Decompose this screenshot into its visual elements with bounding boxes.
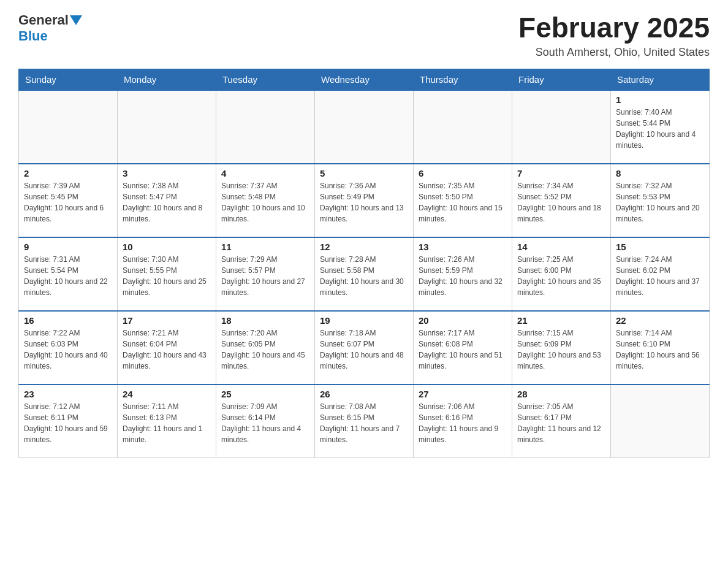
day-info: Sunrise: 7:36 AMSunset: 5:49 PMDaylight:…	[320, 180, 408, 224]
calendar-cell	[216, 90, 315, 164]
weekday-header-wednesday: Wednesday	[315, 69, 414, 90]
day-info: Sunrise: 7:15 AMSunset: 6:09 PMDaylight:…	[517, 327, 605, 372]
calendar-cell: 11Sunrise: 7:29 AMSunset: 5:57 PMDayligh…	[216, 237, 315, 311]
day-number: 17	[123, 315, 211, 326]
calendar-cell: 19Sunrise: 7:18 AMSunset: 6:07 PMDayligh…	[315, 311, 414, 385]
calendar-cell	[315, 90, 414, 164]
calendar-cell: 4Sunrise: 7:37 AMSunset: 5:48 PMDaylight…	[216, 164, 315, 237]
day-number: 8	[616, 168, 704, 178]
calendar-cell: 27Sunrise: 7:06 AMSunset: 6:16 PMDayligh…	[414, 385, 512, 458]
day-number: 18	[221, 315, 309, 326]
calendar-cell: 25Sunrise: 7:09 AMSunset: 6:14 PMDayligh…	[216, 385, 315, 458]
calendar-cell: 3Sunrise: 7:38 AMSunset: 5:47 PMDaylight…	[118, 164, 216, 237]
day-info: Sunrise: 7:39 AMSunset: 5:45 PMDaylight:…	[24, 180, 112, 224]
day-info: Sunrise: 7:14 AMSunset: 6:10 PMDaylight:…	[616, 327, 704, 372]
day-number: 7	[517, 168, 605, 178]
calendar-cell: 7Sunrise: 7:34 AMSunset: 5:52 PMDaylight…	[512, 164, 611, 237]
weekday-header-row: SundayMondayTuesdayWednesdayThursdayFrid…	[19, 69, 710, 90]
title-section: February 2025 South Amherst, Ohio, Unite…	[518, 12, 710, 59]
calendar-cell: 24Sunrise: 7:11 AMSunset: 6:13 PMDayligh…	[118, 385, 216, 458]
calendar-cell: 6Sunrise: 7:35 AMSunset: 5:50 PMDaylight…	[414, 164, 512, 237]
week-row-3: 9Sunrise: 7:31 AMSunset: 5:54 PMDaylight…	[19, 237, 710, 311]
day-number: 3	[123, 168, 211, 178]
weekday-header-saturday: Saturday	[611, 69, 710, 90]
day-number: 24	[123, 389, 211, 399]
calendar-cell: 21Sunrise: 7:15 AMSunset: 6:09 PMDayligh…	[512, 311, 611, 385]
calendar-table: SundayMondayTuesdayWednesdayThursdayFrid…	[18, 69, 710, 459]
day-number: 2	[24, 168, 112, 178]
day-info: Sunrise: 7:38 AMSunset: 5:47 PMDaylight:…	[123, 180, 211, 224]
day-number: 12	[320, 242, 408, 252]
day-info: Sunrise: 7:22 AMSunset: 6:03 PMDaylight:…	[24, 327, 112, 372]
calendar-cell: 2Sunrise: 7:39 AMSunset: 5:45 PMDaylight…	[19, 164, 118, 237]
day-info: Sunrise: 7:28 AMSunset: 5:58 PMDaylight:…	[320, 254, 408, 298]
calendar-cell	[414, 90, 512, 164]
calendar-cell: 20Sunrise: 7:17 AMSunset: 6:08 PMDayligh…	[414, 311, 512, 385]
calendar-cell: 18Sunrise: 7:20 AMSunset: 6:05 PMDayligh…	[216, 311, 315, 385]
day-number: 16	[24, 315, 112, 326]
calendar-cell: 23Sunrise: 7:12 AMSunset: 6:11 PMDayligh…	[19, 385, 118, 458]
day-info: Sunrise: 7:31 AMSunset: 5:54 PMDaylight:…	[24, 254, 112, 298]
day-number: 5	[320, 168, 408, 178]
day-number: 6	[419, 168, 507, 178]
calendar-cell	[611, 385, 710, 458]
day-info: Sunrise: 7:29 AMSunset: 5:57 PMDaylight:…	[221, 254, 309, 298]
calendar-cell: 17Sunrise: 7:21 AMSunset: 6:04 PMDayligh…	[118, 311, 216, 385]
day-info: Sunrise: 7:17 AMSunset: 6:08 PMDaylight:…	[419, 327, 507, 372]
day-info: Sunrise: 7:11 AMSunset: 6:13 PMDaylight:…	[123, 401, 211, 445]
calendar-cell: 9Sunrise: 7:31 AMSunset: 5:54 PMDaylight…	[19, 237, 118, 311]
page-header: General Blue February 2025 South Amherst…	[18, 12, 710, 59]
day-number: 14	[517, 242, 605, 252]
logo: General Blue	[18, 12, 83, 44]
day-info: Sunrise: 7:24 AMSunset: 6:02 PMDaylight:…	[616, 254, 704, 298]
day-number: 4	[221, 168, 309, 178]
logo-blue-text: Blue	[18, 28, 48, 44]
week-row-1: 1Sunrise: 7:40 AMSunset: 5:44 PMDaylight…	[19, 90, 710, 164]
day-info: Sunrise: 7:35 AMSunset: 5:50 PMDaylight:…	[419, 180, 507, 224]
calendar-cell	[512, 90, 611, 164]
location-text: South Amherst, Ohio, United States	[518, 46, 710, 59]
day-number: 10	[123, 242, 211, 252]
day-number: 23	[24, 389, 112, 399]
day-info: Sunrise: 7:34 AMSunset: 5:52 PMDaylight:…	[517, 180, 605, 224]
month-title: February 2025	[518, 12, 710, 44]
day-number: 11	[221, 242, 309, 252]
day-info: Sunrise: 7:37 AMSunset: 5:48 PMDaylight:…	[221, 180, 309, 224]
day-number: 9	[24, 242, 112, 252]
day-info: Sunrise: 7:05 AMSunset: 6:17 PMDaylight:…	[517, 401, 605, 445]
calendar-cell: 14Sunrise: 7:25 AMSunset: 6:00 PMDayligh…	[512, 237, 611, 311]
calendar-cell: 8Sunrise: 7:32 AMSunset: 5:53 PMDaylight…	[611, 164, 710, 237]
day-number: 28	[517, 389, 605, 399]
logo-triangle-icon	[70, 15, 82, 25]
weekday-header-monday: Monday	[118, 69, 216, 90]
calendar-cell: 15Sunrise: 7:24 AMSunset: 6:02 PMDayligh…	[611, 237, 710, 311]
day-info: Sunrise: 7:09 AMSunset: 6:14 PMDaylight:…	[221, 401, 309, 445]
day-number: 1	[616, 94, 704, 105]
day-info: Sunrise: 7:30 AMSunset: 5:55 PMDaylight:…	[123, 254, 211, 298]
calendar-cell: 1Sunrise: 7:40 AMSunset: 5:44 PMDaylight…	[611, 90, 710, 164]
calendar-cell: 16Sunrise: 7:22 AMSunset: 6:03 PMDayligh…	[19, 311, 118, 385]
day-number: 22	[616, 315, 704, 326]
day-number: 21	[517, 315, 605, 326]
logo-general-text: General	[18, 12, 69, 28]
day-info: Sunrise: 7:18 AMSunset: 6:07 PMDaylight:…	[320, 327, 408, 372]
weekday-header-tuesday: Tuesday	[216, 69, 315, 90]
day-info: Sunrise: 7:26 AMSunset: 5:59 PMDaylight:…	[419, 254, 507, 298]
day-number: 27	[419, 389, 507, 399]
calendar-cell: 13Sunrise: 7:26 AMSunset: 5:59 PMDayligh…	[414, 237, 512, 311]
weekday-header-sunday: Sunday	[19, 69, 118, 90]
day-info: Sunrise: 7:21 AMSunset: 6:04 PMDaylight:…	[123, 327, 211, 372]
day-info: Sunrise: 7:25 AMSunset: 6:00 PMDaylight:…	[517, 254, 605, 298]
day-number: 26	[320, 389, 408, 399]
week-row-2: 2Sunrise: 7:39 AMSunset: 5:45 PMDaylight…	[19, 164, 710, 237]
day-info: Sunrise: 7:32 AMSunset: 5:53 PMDaylight:…	[616, 180, 704, 224]
day-info: Sunrise: 7:40 AMSunset: 5:44 PMDaylight:…	[616, 107, 704, 151]
day-number: 15	[616, 242, 704, 252]
calendar-cell: 5Sunrise: 7:36 AMSunset: 5:49 PMDaylight…	[315, 164, 414, 237]
calendar-cell: 28Sunrise: 7:05 AMSunset: 6:17 PMDayligh…	[512, 385, 611, 458]
calendar-cell: 22Sunrise: 7:14 AMSunset: 6:10 PMDayligh…	[611, 311, 710, 385]
day-info: Sunrise: 7:20 AMSunset: 6:05 PMDaylight:…	[221, 327, 309, 372]
calendar-cell: 26Sunrise: 7:08 AMSunset: 6:15 PMDayligh…	[315, 385, 414, 458]
calendar-cell	[118, 90, 216, 164]
calendar-cell: 10Sunrise: 7:30 AMSunset: 5:55 PMDayligh…	[118, 237, 216, 311]
